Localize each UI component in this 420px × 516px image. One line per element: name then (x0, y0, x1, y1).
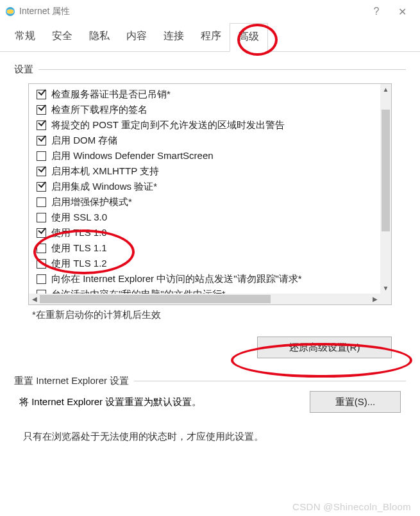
checkbox[interactable] (37, 167, 46, 176)
settings-item[interactable]: 启用 Windows Defender SmartScreen (37, 148, 379, 163)
scroll-corner (380, 294, 391, 304)
horizontal-scrollbar[interactable]: ◀ ▶ (29, 294, 380, 304)
settings-item[interactable]: 检查服务器证书是否已吊销* (37, 87, 379, 102)
settings-item-label: 使用 SSL 3.0 (51, 212, 107, 224)
checkbox[interactable] (37, 197, 46, 207)
restore-defaults-button[interactable]: 还原高级设置(R) (257, 337, 392, 358)
reset-group: 重置 Internet Explorer 设置 将 Internet Explo… (14, 375, 406, 443)
settings-item[interactable]: 使用 TLS 1.1 (37, 240, 379, 256)
settings-item-label: 使用 TLS 1.2 (51, 258, 107, 270)
tab-connections[interactable]: 连接 (155, 23, 192, 51)
settings-item[interactable]: 将提交的 POST 重定向到不允许发送的区域时发出警告 (37, 117, 379, 133)
settings-listbox[interactable]: 检查服务器证书是否已吊销*检查所下载程序的签名将提交的 POST 重定向到不允许… (28, 83, 392, 305)
settings-item-label: 将提交的 POST 重定向到不允许发送的区域时发出警告 (51, 119, 285, 131)
settings-item-label: 使用 TLS 1.1 (51, 242, 107, 254)
settings-item-label: 启用本机 XMLHTTP 支持 (51, 165, 159, 178)
tab-strip: 常规安全隐私内容连接程序高级 (0, 23, 420, 52)
settings-item-label: 使用 TLS 1.0 (51, 227, 107, 239)
settings-item[interactable]: 允许活动内容在"我的电脑"的文件中运行* (37, 287, 379, 294)
group-divider (38, 69, 406, 70)
scroll-right-arrow-icon[interactable]: ▶ (369, 294, 380, 304)
reset-note: 只有在浏览器处于无法使用的状态时，才应使用此设置。 (23, 431, 406, 443)
checkbox[interactable] (37, 121, 46, 130)
settings-group-label: 设置 (14, 63, 406, 76)
horizontal-scroll-thumb[interactable] (40, 295, 271, 303)
checkbox[interactable] (37, 244, 46, 253)
settings-group-label-text: 设置 (14, 63, 33, 76)
tab-general[interactable]: 常规 (6, 23, 44, 51)
checkbox[interactable] (37, 228, 46, 238)
vertical-scrollbar[interactable]: ▲ ▼ (380, 84, 391, 294)
settings-item[interactable]: 向你在 Internet Explorer 中访问的站点发送"请勿跟踪"请求* (37, 271, 379, 287)
app-icon (5, 6, 15, 17)
settings-item[interactable]: 启用增强保护模式* (37, 194, 379, 210)
titlebar: Internet 属性 ? ✕ (0, 0, 420, 23)
settings-item-label: 向你在 Internet Explorer 中访问的站点发送"请勿跟踪"请求* (51, 273, 302, 285)
checkbox[interactable] (37, 151, 46, 161)
settings-item-label: 启用 Windows Defender SmartScreen (51, 150, 214, 162)
settings-item[interactable]: 检查所下载程序的签名 (37, 102, 379, 117)
reset-group-label-text: 重置 Internet Explorer 设置 (14, 375, 129, 387)
watermark: CSDN @Shinecoln_Bloom (292, 501, 411, 512)
settings-group: 设置 检查服务器证书是否已吊销*检查所下载程序的签名将提交的 POST 重定向到… (14, 63, 406, 370)
scroll-down-arrow-icon[interactable]: ▼ (380, 283, 391, 294)
tab-content[interactable]: 内容 (118, 23, 155, 51)
tab-advanced[interactable]: 高级 (230, 23, 268, 52)
settings-item[interactable]: 启用 DOM 存储 (37, 133, 379, 148)
settings-item[interactable]: 使用 SSL 3.0 (37, 210, 379, 225)
settings-item-label: 检查所下载程序的签名 (51, 104, 147, 116)
settings-item-label: 启用增强保护模式* (51, 196, 132, 208)
reset-button[interactable]: 重置(S)... (310, 391, 401, 413)
settings-item-label: 允许活动内容在"我的电脑"的文件中运行* (51, 288, 226, 294)
settings-item-label: 启用集成 Windows 验证* (51, 181, 157, 193)
checkbox[interactable] (37, 274, 46, 284)
reset-group-label: 重置 Internet Explorer 设置 (14, 375, 406, 387)
checkbox[interactable] (37, 182, 46, 192)
checkbox[interactable] (37, 90, 46, 99)
settings-item[interactable]: 使用 TLS 1.0 (37, 225, 379, 240)
help-button[interactable]: ? (364, 0, 389, 23)
settings-item[interactable]: 启用集成 Windows 验证* (37, 179, 379, 194)
settings-item-label: 检查服务器证书是否已吊销* (51, 88, 171, 101)
group-divider (134, 381, 406, 381)
scroll-up-arrow-icon[interactable]: ▲ (380, 84, 391, 95)
reset-description: 将 Internet Explorer 设置重置为默认设置。 (19, 396, 310, 408)
checkbox[interactable] (37, 136, 46, 146)
tab-privacy[interactable]: 隐私 (81, 23, 118, 51)
checkbox[interactable] (37, 213, 46, 222)
tab-security[interactable]: 安全 (44, 23, 81, 51)
scroll-left-arrow-icon[interactable]: ◀ (29, 294, 40, 304)
tab-programs[interactable]: 程序 (192, 23, 230, 51)
settings-item[interactable]: 使用 TLS 1.2 (37, 256, 379, 271)
restart-note: *在重新启动你的计算机后生效 (32, 309, 406, 321)
settings-item[interactable]: 启用本机 XMLHTTP 支持 (37, 163, 379, 179)
vertical-scroll-thumb[interactable] (382, 110, 390, 231)
settings-item-label: 启用 DOM 存储 (51, 135, 117, 147)
checkbox[interactable] (37, 259, 46, 269)
checkbox[interactable] (37, 105, 46, 115)
close-button[interactable]: ✕ (389, 0, 415, 23)
window-title: Internet 属性 (19, 6, 70, 17)
